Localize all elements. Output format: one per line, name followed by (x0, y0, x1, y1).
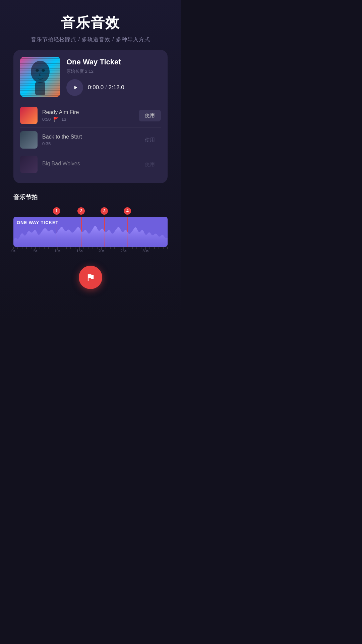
song-list-item[interactable]: Ready Aim Fire 0:50 🚩 13 使用 (20, 103, 161, 127)
beat-marker-3: 3 (101, 207, 108, 215)
timeline-ruler: 0s5s10s15s20s25s30s (13, 247, 168, 253)
flag-button[interactable] (79, 266, 102, 289)
song-list-item-1[interactable]: Back to the Start 0:35 使用 (20, 127, 161, 152)
current-time: 0:00.0 (88, 84, 104, 91)
ruler-label-5s: 5s (34, 249, 38, 253)
list-song-info-2: Big Bad Wolves (38, 161, 139, 168)
ruler-label-15s: 15s (76, 249, 82, 253)
now-playing-row: One Way Ticket 原始长度 2:12 0:00.0 / 2:12.0 (20, 57, 161, 97)
use-button-0[interactable]: 使用 (139, 110, 161, 121)
song-title: One Way Ticket (66, 58, 161, 66)
page-title: 音乐音效 (31, 13, 150, 32)
svg-point-2 (36, 69, 39, 72)
beat-marker-2: 2 (77, 207, 85, 215)
song-list-item-2[interactable]: Big Bad Wolves 使用 (20, 152, 161, 176)
svg-point-3 (42, 69, 45, 72)
waveform-track[interactable]: ONE WAY TICKET (13, 217, 168, 247)
list-album-art-0 (20, 107, 38, 124)
list-song-title-1: Back to the Start (42, 134, 139, 140)
beat-section: 音乐节拍 1234 ONE WAY TICKET (13, 193, 168, 256)
page-subtitle: 音乐节拍轻松踩点 / 多轨道音效 / 多种导入方式 (31, 36, 150, 43)
list-song-info-1: Back to the Start 0:35 (38, 134, 139, 146)
ruler-label-25s: 25s (121, 249, 127, 253)
total-time: 2:12.0 (108, 84, 124, 91)
list-song-title-2: Big Bad Wolves (42, 161, 139, 167)
beat-marker-1: 1 (53, 207, 60, 215)
use-button-1[interactable]: 使用 (139, 134, 161, 146)
list-album-art-1 (20, 131, 38, 149)
music-card: One Way Ticket 原始长度 2:12 0:00.0 / 2:12.0 (13, 50, 168, 183)
list-song-meta-1: 0:35 (42, 141, 139, 146)
header: 音乐音效 音乐节拍轻松踩点 / 多轨道音效 / 多种导入方式 (31, 13, 150, 43)
svg-rect-1 (35, 82, 45, 95)
list-song-info-0: Ready Aim Fire 0:50 🚩 13 (38, 109, 139, 122)
player-controls: 0:00.0 / 2:12.0 (66, 79, 161, 96)
beat-markers: 1234 (13, 207, 168, 216)
ruler-label-0s: 0s (11, 249, 15, 253)
ruler-label-30s: 30s (142, 249, 148, 253)
list-song-duration-1: 0:35 (42, 141, 51, 146)
beat-section-title: 音乐节拍 (13, 193, 168, 201)
list-song-meta-0: 0:50 🚩 13 (42, 117, 139, 122)
use-button-2[interactable]: 使用 (139, 159, 161, 170)
play-button[interactable] (66, 79, 83, 96)
list-album-art-2 (20, 156, 38, 173)
flag-icon-0: 🚩 (53, 117, 59, 122)
time-display: 0:00.0 / 2:12.0 (88, 84, 124, 91)
main-page: 音乐音效 音乐节拍轻松踩点 / 多轨道音效 / 多种导入方式 (0, 0, 181, 322)
list-song-title-0: Ready Aim Fire (42, 109, 139, 115)
beat-marker-4: 4 (124, 207, 131, 215)
list-song-flags-0: 13 (61, 117, 66, 122)
waveform-container[interactable]: 1234 ONE WAY TICKET (13, 207, 168, 253)
album-art (20, 57, 60, 97)
flag-button-container (79, 266, 102, 289)
ruler-label-20s: 20s (99, 249, 105, 253)
song-duration-label: 原始长度 2:12 (66, 68, 161, 74)
waveform-label: ONE WAY TICKET (17, 220, 59, 225)
now-playing-info: One Way Ticket 原始长度 2:12 0:00.0 / 2:12.0 (60, 58, 161, 96)
ruler-label-10s: 10s (55, 249, 61, 253)
list-song-duration-0: 0:50 (42, 117, 51, 122)
